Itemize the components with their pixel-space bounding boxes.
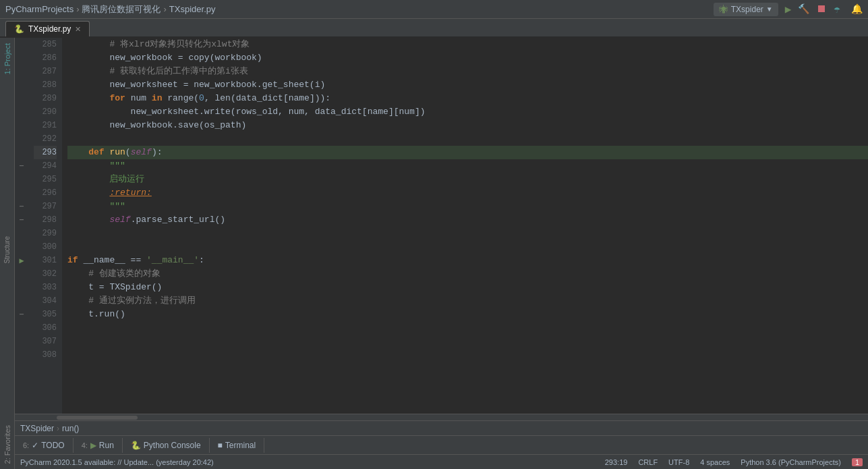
code-segment: run <box>109 146 125 159</box>
status-position[interactable]: 293:19 <box>605 458 628 466</box>
code-line-303: t = TXSpider() <box>67 281 868 294</box>
code-line-285: # 将xlrd对象拷贝转化为xlwt对象 <box>67 38 868 51</box>
breadcrumb-run[interactable]: run() <box>62 424 79 433</box>
title-bar: PyCharmProjects › 腾讯房位数据可视化 › TXspider.p… <box>0 0 868 19</box>
code-segment: .parse_start_url() <box>131 213 225 227</box>
todo-icon: ✓ <box>32 441 38 450</box>
code-line-300 <box>67 240 868 254</box>
run-config-label: TXspider <box>731 5 763 14</box>
code-line-292 <box>67 132 868 146</box>
status-line-endings[interactable]: CRLF <box>638 458 658 466</box>
status-notifications[interactable]: 1 <box>852 458 863 466</box>
line-num-288: 288 <box>34 78 57 92</box>
line-num-289: 289 <box>34 92 57 105</box>
gutter-line-285 <box>15 38 28 51</box>
bottom-bar: 6: ✓ TODO 4: ▶ Run 🐍 Python Console ■ Te… <box>15 435 868 454</box>
gutter-line-288 <box>15 78 28 92</box>
line-num-307: 307 <box>34 335 57 348</box>
title-sep1: › <box>76 4 79 14</box>
todo-num: 6: <box>23 441 29 449</box>
gutter-line-287 <box>15 65 28 78</box>
gutter-line-306 <box>15 321 28 335</box>
fold-icon[interactable]: ─ <box>20 311 24 319</box>
coverage-button[interactable]: ☂ <box>832 1 842 18</box>
gutter-line-304 <box>15 294 28 308</box>
status-encoding[interactable]: UTF-8 <box>668 458 689 466</box>
gutter-line-286 <box>15 51 28 65</box>
tab-python-console[interactable]: 🐍 Python Console <box>123 438 210 453</box>
gutter-line-303 <box>15 281 28 294</box>
tab-bar: 🐍 TXspider.py ✕ <box>0 19 868 38</box>
code-segment: 启动运行 <box>67 173 144 186</box>
file-tab-txspider[interactable]: 🐍 TXspider.py ✕ <box>5 21 90 36</box>
file-label[interactable]: TXspider.py <box>169 4 216 14</box>
code-segment: range( <box>162 92 199 105</box>
code-segment <box>67 38 109 51</box>
left-panel: 1: Project Structure 2: Favorites <box>0 38 15 469</box>
code-segment: : <box>199 254 204 267</box>
horizontal-scroll[interactable] <box>15 414 868 420</box>
sidebar-item-favorites[interactable]: 2: Favorites <box>3 420 11 469</box>
gutter-line-302 <box>15 267 28 281</box>
code-segment <box>67 294 88 308</box>
line-num-287: 287 <box>34 65 57 78</box>
code-segment: """ <box>67 159 125 173</box>
stop-button[interactable]: ⏹ <box>815 1 828 17</box>
code-content[interactable]: # 将xlrd对象拷贝转化为xlwt对象 new_workbook = copy… <box>62 38 868 414</box>
tab-todo[interactable]: 6: ✓ TODO <box>15 438 74 453</box>
code-line-297: """ <box>67 200 868 213</box>
code-line-296: :return: <box>67 186 868 200</box>
line-num-298: 298 <box>34 213 57 227</box>
code-line-295: 启动运行 <box>67 173 868 186</box>
gutter-line-291 <box>15 119 28 132</box>
fold-icon[interactable]: ─ <box>20 163 24 170</box>
breadcrumb-txspider[interactable]: TXSpider <box>20 424 54 433</box>
code-segment <box>67 186 109 200</box>
line-numbers: 2852862872882892902912922932942952962972… <box>28 38 62 414</box>
sidebar-item-project[interactable]: 1: Project <box>3 38 11 80</box>
folder-label[interactable]: 腾讯房位数据可视化 <box>82 3 161 16</box>
main-content: 1: Project Structure 2: Favorites ───▶─ … <box>0 38 868 469</box>
close-icon[interactable]: ✕ <box>75 25 81 34</box>
project-label[interactable]: PyCharmProjects <box>5 4 74 14</box>
notifications-icon[interactable]: 🔔 <box>851 3 863 15</box>
fold-icon[interactable]: ─ <box>20 203 24 211</box>
code-segment: '__main__' <box>146 254 199 267</box>
code-segment <box>67 146 88 159</box>
tab-run[interactable]: 4: ▶ Run <box>74 438 123 453</box>
status-python[interactable]: Python 3.6 (PyCharmProjects) <box>741 458 841 466</box>
code-line-287: # 获取转化后的工作薄中的第i张表 <box>67 65 868 78</box>
run-marker-icon[interactable]: ▶ <box>19 256 24 266</box>
build-button[interactable]: 🔨 <box>797 2 811 16</box>
run-label: Run <box>99 441 114 450</box>
python-console-label: Python Console <box>144 441 201 450</box>
status-indent[interactable]: 4 spaces <box>700 458 730 466</box>
code-scroll[interactable]: ───▶─ 2852862872882892902912922932942952… <box>15 38 868 414</box>
code-line-306 <box>67 321 868 335</box>
gutter-line-289 <box>15 92 28 105</box>
line-num-303: 303 <box>34 281 57 294</box>
run-button[interactable]: ▶ <box>784 1 793 18</box>
tab-terminal[interactable]: ■ Terminal <box>210 438 265 453</box>
code-segment: new_worksheet = new_workbook.get_sheet(i… <box>67 78 325 92</box>
breadcrumb: TXSpider › run() <box>15 420 868 435</box>
gutter-line-299 <box>15 227 28 240</box>
code-segment: # 将xlrd对象拷贝转化为xlwt对象 <box>109 38 250 51</box>
gutter-line-300 <box>15 240 28 254</box>
gutter-line-295 <box>15 173 28 186</box>
gutter-line-307 <box>15 335 28 348</box>
h-scroll-thumb[interactable] <box>57 416 138 420</box>
code-segment <box>67 65 109 78</box>
line-num-285: 285 <box>34 38 57 51</box>
sidebar-item-structure[interactable]: Structure <box>3 231 11 269</box>
gutter-line-294: ─ <box>15 159 28 173</box>
line-num-297: 297 <box>34 200 57 213</box>
run-num: 4: <box>82 441 88 449</box>
todo-label: TODO <box>41 441 64 450</box>
code-line-307 <box>67 335 868 348</box>
code-segment: new_workbook.save(os_path) <box>67 119 246 132</box>
run-config[interactable]: 🕷 TXspider ▼ <box>714 3 778 16</box>
fold-icon[interactable]: ─ <box>20 217 24 224</box>
line-num-292: 292 <box>34 132 57 146</box>
code-segment: """ <box>67 200 125 213</box>
